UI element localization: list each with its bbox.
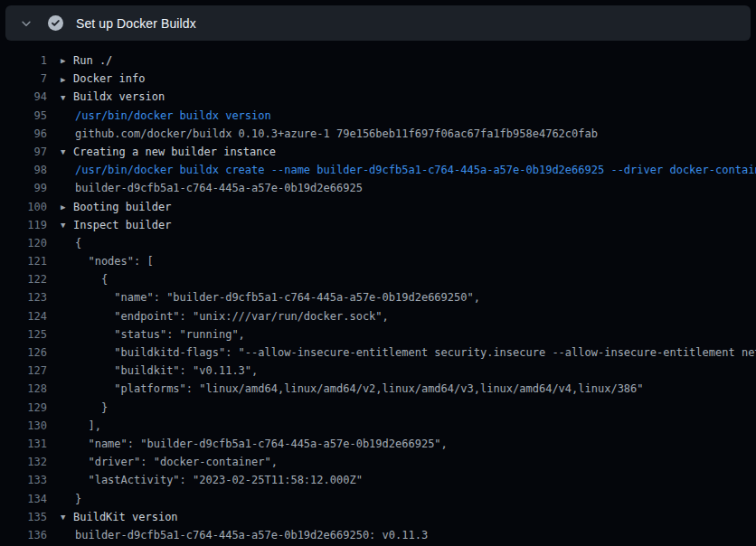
- log-line: 127 "buildkit": "v0.11.3",: [0, 362, 756, 380]
- group-label: ▶Docker info: [61, 70, 145, 88]
- log-line: 131 "name": "builder-d9cfb5a1-c764-445a-…: [0, 435, 756, 453]
- log-text: "platforms": "linux/amd64,linux/amd64/v2…: [61, 380, 644, 398]
- line-number[interactable]: 1: [0, 52, 47, 70]
- log-text: "status": "running",: [61, 325, 245, 344]
- line-number[interactable]: 132: [0, 453, 47, 471]
- triangle-right-icon[interactable]: ▶: [61, 71, 73, 89]
- group-label: ▶Booting builder: [61, 198, 171, 216]
- triangle-down-icon[interactable]: ▼: [61, 89, 73, 107]
- line-number[interactable]: 125: [0, 325, 47, 344]
- log-text: github.com/docker/buildx 0.10.3+azure-1 …: [61, 125, 598, 143]
- log-text: "buildkit": "v0.11.3",: [61, 362, 258, 380]
- log-line: 136builder-d9cfb5a1-c764-445a-a57e-0b19d…: [0, 526, 756, 544]
- line-number[interactable]: 7: [0, 70, 47, 88]
- line-number[interactable]: 131: [0, 435, 47, 453]
- log-line: 120{: [0, 234, 756, 252]
- log-line: 98/usr/bin/docker buildx create --name b…: [0, 161, 756, 179]
- group-label: ▼Inspect builder: [61, 216, 171, 234]
- line-number[interactable]: 120: [0, 234, 47, 252]
- line-number[interactable]: 128: [0, 380, 47, 398]
- line-number[interactable]: 96: [0, 125, 47, 143]
- log-text: /usr/bin/docker buildx version: [61, 107, 271, 125]
- log-text: "name": "builder-d9cfb5a1-c764-445a-a57e…: [61, 288, 480, 306]
- line-number[interactable]: 99: [0, 179, 47, 197]
- line-number[interactable]: 124: [0, 307, 47, 325]
- line-number[interactable]: 123: [0, 288, 47, 306]
- line-number[interactable]: 121: [0, 252, 47, 270]
- log-text: "name": "builder-d9cfb5a1-c764-445a-a57e…: [61, 435, 448, 453]
- check-circle-icon: [47, 15, 63, 32]
- line-number[interactable]: 127: [0, 362, 47, 380]
- line-number[interactable]: 130: [0, 417, 47, 435]
- log-line: 132 "driver": "docker-container",: [0, 453, 756, 471]
- log-text: builder-d9cfb5a1-c764-445a-a57e-0b19d2e6…: [61, 179, 363, 197]
- log-line: 121 "nodes": [: [0, 252, 756, 270]
- line-number[interactable]: 98: [0, 161, 47, 179]
- log-line: 122 {: [0, 270, 756, 288]
- log-group-row[interactable]: 97▼Creating a new builder instance: [0, 143, 756, 161]
- log-line: 128 "platforms": "linux/amd64,linux/amd6…: [0, 380, 756, 398]
- log-line: 99builder-d9cfb5a1-c764-445a-a57e-0b19d2…: [0, 179, 756, 197]
- line-number[interactable]: 95: [0, 107, 47, 125]
- log-line: 96github.com/docker/buildx 0.10.3+azure-…: [0, 125, 756, 143]
- log-group-row[interactable]: 135▼BuildKit version: [0, 508, 756, 526]
- group-label: ▼Creating a new builder instance: [61, 143, 276, 161]
- log-line: 95/usr/bin/docker buildx version: [0, 107, 756, 125]
- step-title: Set up Docker Buildx: [76, 16, 196, 31]
- line-number[interactable]: 94: [0, 88, 47, 106]
- line-number[interactable]: 126: [0, 344, 47, 362]
- step-header[interactable]: Set up Docker Buildx: [5, 5, 751, 41]
- log-text: "driver": "docker-container",: [61, 453, 278, 471]
- log-text: builder-d9cfb5a1-c764-445a-a57e-0b19d2e6…: [61, 526, 428, 544]
- log-group-row[interactable]: 119▼Inspect builder: [0, 216, 756, 234]
- log-text: "nodes": [: [61, 252, 154, 270]
- log-text: {: [61, 234, 81, 252]
- log-line: 126 "buildkitd-flags": "--allow-insecure…: [0, 344, 756, 362]
- triangle-right-icon[interactable]: ▶: [61, 198, 73, 216]
- group-label: ▶Run ./: [61, 52, 112, 70]
- line-number[interactable]: 97: [0, 143, 47, 161]
- triangle-down-icon[interactable]: ▼: [61, 508, 73, 526]
- line-number[interactable]: 135: [0, 508, 47, 526]
- log-line: 125 "status": "running",: [0, 325, 756, 344]
- log-line: 123 "name": "builder-d9cfb5a1-c764-445a-…: [0, 288, 756, 306]
- log-line: 134}: [0, 490, 756, 508]
- log-group-row[interactable]: 94▼Buildx version: [0, 88, 756, 106]
- group-label: ▼BuildKit version: [61, 508, 178, 526]
- triangle-down-icon[interactable]: ▼: [61, 143, 73, 161]
- triangle-down-icon[interactable]: ▼: [61, 216, 73, 234]
- log-group-row[interactable]: 7▶Docker info: [0, 70, 756, 88]
- triangle-right-icon[interactable]: ▶: [61, 52, 73, 70]
- log-text: }: [61, 490, 81, 508]
- line-number[interactable]: 136: [0, 526, 47, 544]
- log-group-row[interactable]: 100▶Booting builder: [0, 198, 756, 216]
- log-text: {: [61, 270, 108, 288]
- log-text: "endpoint": "unix:///var/run/docker.sock…: [61, 307, 389, 325]
- log-group-row[interactable]: 1▶Run ./: [0, 52, 756, 70]
- line-number[interactable]: 134: [0, 490, 47, 508]
- log-line: 130 ],: [0, 417, 756, 435]
- log-lines: 1▶Run ./7▶Docker info94▼Buildx version95…: [0, 41, 756, 544]
- line-number[interactable]: 133: [0, 471, 47, 489]
- log-text: ],: [61, 417, 101, 435]
- workflow-log-viewer: Set up Docker Buildx 1▶Run ./7▶Docker in…: [0, 5, 756, 544]
- line-number[interactable]: 122: [0, 270, 47, 288]
- log-text: "buildkitd-flags": "--allow-insecure-ent…: [61, 344, 756, 362]
- line-number[interactable]: 119: [0, 216, 47, 234]
- log-text: /usr/bin/docker buildx create --name bui…: [61, 161, 756, 179]
- log-line: 133 "lastActivity": "2023-02-25T11:58:12…: [0, 471, 756, 489]
- log-line: 129 }: [0, 399, 756, 417]
- group-label: ▼Buildx version: [61, 88, 165, 106]
- chevron-down-icon[interactable]: [18, 15, 34, 32]
- line-number[interactable]: 100: [0, 198, 47, 216]
- log-text: "lastActivity": "2023-02-25T11:58:12.000…: [61, 471, 363, 489]
- log-text: }: [61, 399, 108, 417]
- line-number[interactable]: 129: [0, 399, 47, 417]
- log-line: 124 "endpoint": "unix:///var/run/docker.…: [0, 307, 756, 325]
